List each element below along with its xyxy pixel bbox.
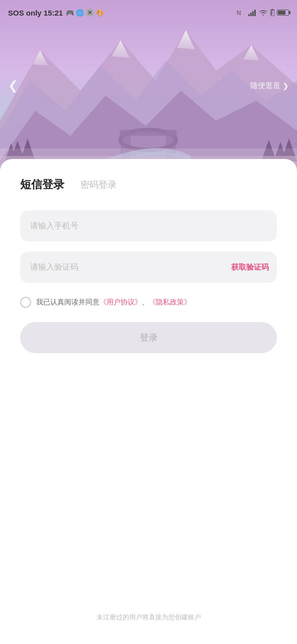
color-icon: 🎨 — [96, 9, 104, 17]
svg-rect-2 — [250, 13, 252, 16]
svg-rect-1 — [248, 14, 250, 16]
svg-text:N: N — [237, 10, 241, 16]
wifi-icon — [259, 9, 268, 16]
phone-input-group — [20, 210, 277, 242]
code-input-group: 获取验证码 — [20, 252, 277, 283]
battery-low-icon — [270, 9, 274, 16]
svg-rect-3 — [252, 11, 254, 16]
svg-rect-6 — [270, 10, 274, 16]
user-agreement-link[interactable]: 《用户协议》 — [100, 298, 142, 306]
close-icon: ✕ — [86, 9, 94, 17]
hero-nav-right[interactable]: 随便逛逛 ❯ — [250, 81, 289, 91]
status-icons: 🎮 🌐 ✕ 🎨 — [66, 9, 104, 17]
status-right: N — [237, 9, 289, 16]
agreement-separator: 、 — [142, 298, 149, 306]
login-tabs: 短信登录 密码登录 — [20, 177, 277, 192]
agreement-text: 我已认真阅读并同意《用户协议》、《隐私政策》 — [36, 298, 191, 307]
phone-input[interactable] — [20, 210, 277, 242]
svg-rect-7 — [271, 11, 272, 15]
get-code-button[interactable]: 获取验证码 — [223, 263, 277, 272]
tab-sms-login[interactable]: 短信登录 — [20, 177, 64, 192]
bottom-note: 未注册过的用户将直接为您创建账户 — [0, 613, 297, 622]
svg-rect-25 — [120, 130, 177, 136]
browse-label: 随便逛逛 — [250, 81, 280, 91]
privacy-policy-link[interactable]: 《隐私政策》 — [149, 298, 191, 306]
agreement-checkbox[interactable] — [20, 297, 31, 308]
nfc-icon: N — [237, 9, 246, 16]
code-input[interactable] — [20, 252, 223, 283]
agreement-row: 我已认真阅读并同意《用户协议》、《隐私政策》 — [20, 297, 277, 308]
agreement-prefix: 我已认真阅读并同意 — [36, 298, 100, 306]
signal-icon — [248, 9, 256, 16]
login-button[interactable]: 登录 — [20, 322, 277, 353]
status-left: SOS only 15:21 🎮 🌐 ✕ 🎨 — [8, 9, 104, 17]
hero-section: ❮ 随便逛逛 ❯ — [0, 0, 297, 171]
main-card: 短信登录 密码登录 获取验证码 我已认真阅读并同意《用户协议》、《隐私政策》 登… — [0, 159, 297, 642]
hero-nav-left[interactable]: ❮ — [8, 78, 18, 93]
game-icon: 🎮 — [66, 9, 74, 17]
status-bar: SOS only 15:21 🎮 🌐 ✕ 🎨 N — [0, 0, 297, 25]
tab-password-login[interactable]: 密码登录 — [80, 179, 117, 191]
svg-rect-4 — [254, 10, 256, 16]
globe-icon: 🌐 — [76, 9, 84, 17]
code-input-wrapper: 获取验证码 — [20, 252, 277, 283]
battery-icon — [277, 10, 289, 16]
right-arrow-icon: ❯ — [282, 81, 289, 90]
status-time: SOS only 15:21 — [8, 9, 63, 17]
